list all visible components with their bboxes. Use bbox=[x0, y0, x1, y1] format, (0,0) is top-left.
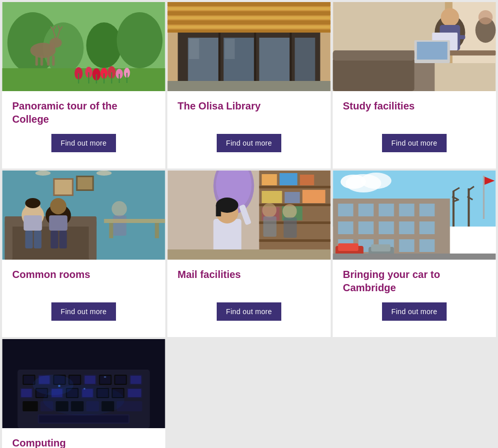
svg-rect-101 bbox=[259, 239, 331, 242]
svg-rect-9 bbox=[89, 72, 90, 83]
card-olisa-library: The Olisa Library Find out more bbox=[167, 2, 331, 169]
svg-rect-26 bbox=[52, 55, 55, 66]
card-body-study: Study facilities Find out more bbox=[333, 91, 496, 169]
svg-rect-102 bbox=[262, 174, 277, 185]
card-computing: Computing Find out more bbox=[2, 339, 165, 448]
svg-rect-94 bbox=[109, 223, 113, 238]
svg-rect-36 bbox=[168, 7, 331, 10]
card-title-panoramic: Panoramic tour of the College bbox=[12, 99, 155, 126]
find-more-button-library[interactable]: Find out more bbox=[217, 134, 281, 152]
card-body-car: Bringing your car to Cambridge Find out … bbox=[333, 260, 496, 337]
svg-rect-90 bbox=[60, 231, 67, 248]
svg-rect-149 bbox=[399, 239, 415, 252]
card-body-computing: Computing Find out more bbox=[2, 428, 165, 448]
svg-rect-78 bbox=[5, 216, 13, 260]
card-body-library: The Olisa Library Find out more bbox=[167, 91, 331, 169]
card-mail-facilities: Mail facilities Find out more bbox=[167, 171, 331, 337]
svg-rect-98 bbox=[259, 186, 331, 188]
svg-rect-144 bbox=[399, 221, 415, 234]
svg-rect-87 bbox=[25, 231, 33, 248]
svg-point-91 bbox=[112, 201, 127, 216]
svg-rect-139 bbox=[399, 204, 415, 216]
svg-point-204 bbox=[33, 375, 74, 395]
svg-rect-22 bbox=[50, 43, 55, 50]
svg-rect-106 bbox=[285, 192, 300, 203]
svg-rect-136 bbox=[338, 204, 354, 216]
svg-rect-24 bbox=[41, 55, 43, 66]
card-common-rooms: Common rooms Find out more bbox=[2, 171, 165, 337]
svg-rect-71 bbox=[55, 180, 72, 194]
svg-rect-115 bbox=[216, 205, 221, 216]
svg-rect-39 bbox=[168, 20, 331, 24]
card-title-common: Common rooms bbox=[12, 268, 155, 281]
svg-point-3 bbox=[86, 22, 122, 68]
find-more-button-mail[interactable]: Find out more bbox=[217, 302, 281, 321]
card-body-panoramic: Panoramic tour of the College Find out m… bbox=[2, 91, 165, 169]
card-body-mail: Mail facilities Find out more bbox=[167, 260, 331, 337]
svg-rect-103 bbox=[280, 173, 298, 185]
svg-rect-73 bbox=[78, 177, 93, 189]
svg-rect-177 bbox=[131, 376, 141, 384]
svg-rect-83 bbox=[24, 215, 42, 231]
svg-rect-92 bbox=[113, 215, 127, 236]
svg-rect-79 bbox=[89, 216, 97, 260]
svg-point-125 bbox=[341, 175, 366, 189]
card-image-study bbox=[333, 2, 496, 91]
svg-rect-159 bbox=[333, 254, 496, 260]
svg-rect-23 bbox=[36, 55, 38, 66]
card-title-library: The Olisa Library bbox=[178, 99, 320, 113]
svg-rect-93 bbox=[104, 219, 165, 223]
svg-rect-68 bbox=[333, 50, 415, 61]
card-title-mail: Mail facilities bbox=[178, 268, 320, 281]
card-grid: Panoramic tour of the College Find out m… bbox=[0, 0, 498, 448]
svg-rect-51 bbox=[189, 39, 199, 59]
svg-rect-67 bbox=[333, 58, 415, 91]
svg-point-119 bbox=[283, 204, 297, 218]
find-more-button-study[interactable]: Find out more bbox=[382, 134, 446, 152]
svg-rect-121 bbox=[168, 249, 331, 260]
svg-point-74 bbox=[36, 171, 51, 176]
svg-rect-40 bbox=[168, 25, 331, 29]
svg-rect-7 bbox=[78, 73, 79, 83]
svg-rect-41 bbox=[168, 30, 331, 33]
find-more-button-car[interactable]: Find out more bbox=[382, 302, 446, 321]
svg-rect-104 bbox=[300, 175, 314, 185]
card-study-facilities: Study facilities Find out more bbox=[333, 2, 496, 169]
card-image-mail bbox=[167, 171, 331, 260]
svg-rect-52 bbox=[225, 39, 235, 59]
svg-rect-38 bbox=[168, 16, 331, 19]
card-bringing-car: Bringing your car to Cambridge Find out … bbox=[333, 171, 496, 337]
svg-rect-118 bbox=[263, 216, 277, 237]
svg-rect-130 bbox=[468, 188, 470, 227]
svg-rect-141 bbox=[338, 221, 354, 234]
svg-rect-46 bbox=[295, 38, 315, 83]
card-title-study: Study facilities bbox=[343, 99, 486, 113]
svg-rect-25 bbox=[47, 55, 50, 66]
card-image-common bbox=[2, 171, 165, 260]
svg-rect-13 bbox=[104, 73, 105, 83]
svg-point-58 bbox=[441, 8, 459, 26]
svg-rect-37 bbox=[168, 11, 331, 15]
svg-rect-35 bbox=[168, 2, 331, 6]
svg-rect-95 bbox=[155, 223, 159, 238]
find-more-button-common[interactable]: Find out more bbox=[51, 302, 115, 321]
svg-point-117 bbox=[262, 203, 277, 217]
card-panoramic-tour: Panoramic tour of the College Find out m… bbox=[2, 2, 165, 169]
svg-rect-207 bbox=[104, 376, 106, 378]
svg-rect-105 bbox=[262, 191, 282, 203]
svg-rect-142 bbox=[359, 221, 374, 234]
svg-point-82 bbox=[25, 198, 41, 208]
svg-rect-193 bbox=[128, 389, 141, 397]
svg-rect-66 bbox=[417, 42, 448, 60]
svg-rect-17 bbox=[119, 74, 120, 83]
find-more-button-panoramic[interactable]: Find out more bbox=[51, 134, 115, 152]
svg-rect-137 bbox=[359, 204, 374, 216]
svg-rect-140 bbox=[420, 204, 435, 216]
svg-rect-145 bbox=[420, 221, 435, 234]
svg-rect-19 bbox=[127, 73, 128, 83]
svg-point-4 bbox=[117, 12, 163, 68]
svg-rect-138 bbox=[379, 204, 394, 216]
svg-rect-170 bbox=[24, 376, 35, 384]
card-image-panoramic bbox=[2, 2, 165, 91]
svg-rect-86 bbox=[49, 215, 68, 231]
